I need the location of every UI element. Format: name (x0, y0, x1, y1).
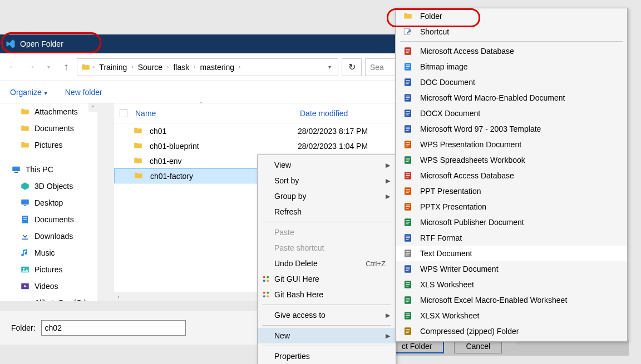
folder-name-input[interactable] (41, 320, 186, 336)
nav-label: Pictures (34, 265, 63, 274)
context-menu-item[interactable]: Group by▶ (258, 188, 396, 204)
menu-label: Give access to (274, 311, 326, 320)
new-menu-item[interactable]: Folder (396, 8, 627, 24)
nav-pc-item[interactable]: Desktop (0, 195, 97, 211)
nav-label: Videos (34, 282, 58, 291)
select-all-checkbox[interactable] (114, 109, 133, 117)
context-menu-item[interactable]: Properties (258, 348, 396, 364)
new-folder-button[interactable]: New folder (65, 88, 102, 97)
svg-rect-50 (406, 142, 410, 143)
new-menu-item[interactable]: Microsoft Access Database (396, 43, 627, 59)
scroll-up-icon[interactable]: ˄ (88, 103, 97, 112)
svg-point-23 (267, 295, 269, 297)
folder-icon (20, 107, 30, 117)
nav-pc-item[interactable]: 3D Objects (0, 178, 97, 195)
menu-label: DOCX Document (420, 109, 480, 118)
nav-pc-item[interactable]: Music (0, 245, 97, 261)
context-menu: View▶Sort by▶Group by▶RefreshPastePaste … (257, 154, 396, 364)
nav-label: Documents (34, 124, 74, 133)
menu-separator (262, 222, 391, 222)
breadcrumb-segment[interactable]: mastering (198, 63, 236, 72)
scroll-left-icon[interactable]: ‹ (114, 292, 123, 301)
new-menu-item[interactable]: Microsoft Access Database (396, 168, 627, 183)
new-menu-item[interactable]: WPS Spreadsheets Workbook (396, 152, 627, 168)
file-name: ch01-blueprint (150, 142, 298, 151)
new-menu-item[interactable]: Shortcut (396, 24, 627, 39)
svg-marker-2 (21, 182, 29, 190)
nav-quick-item[interactable]: Documents (0, 120, 97, 137)
column-header-date[interactable]: Date modified (300, 109, 411, 118)
doc-icon (402, 170, 413, 181)
svg-point-10 (23, 268, 24, 270)
svg-rect-82 (406, 267, 410, 267)
new-menu-item[interactable]: Microsoft Word 97 - 2003 Template (396, 121, 627, 137)
nav-forward-button[interactable]: → (23, 60, 38, 74)
context-menu-item[interactable]: Git GUI Here (258, 271, 396, 287)
new-menu-item[interactable]: WPS Presentation Document (396, 137, 627, 152)
svg-rect-99 (406, 331, 410, 331)
new-menu-item[interactable]: WPS Writer Document (396, 261, 627, 277)
menu-label: Bitmap image (420, 62, 468, 71)
navigation-tree[interactable]: ˄ AttachmentsDocumentsPictures This PC 3… (0, 103, 97, 301)
new-menu-item[interactable]: PPTX Presentation (396, 199, 627, 215)
column-header-name[interactable]: ˄Name (133, 109, 300, 118)
new-menu-item[interactable]: XLS Worksheet (396, 277, 627, 292)
doc-icon (402, 201, 413, 212)
new-menu-item[interactable]: PPT Presentation (396, 183, 627, 199)
new-menu-item[interactable]: Text Document (396, 246, 627, 261)
new-menu-item[interactable]: DOCX Document (396, 106, 627, 121)
new-menu-item[interactable]: XLSX Worksheet (396, 308, 627, 323)
svg-rect-38 (406, 96, 410, 96)
doc-icon (402, 310, 413, 321)
context-menu-item[interactable]: New▶ (258, 328, 396, 343)
nav-pc-item[interactable]: Downloads (0, 228, 97, 245)
svg-rect-46 (406, 127, 410, 127)
context-menu-item[interactable]: Give access to▶ (258, 307, 396, 323)
svg-rect-78 (406, 251, 410, 252)
organize-dropdown[interactable]: Organize▼ (10, 88, 48, 97)
new-menu-item[interactable]: Bitmap image (396, 59, 627, 74)
svg-point-18 (263, 280, 265, 282)
doc-icon (402, 232, 413, 243)
context-menu-item[interactable]: Undo DeleteCtrl+Z (258, 256, 396, 271)
nav-pc-item[interactable]: Pictures (0, 261, 97, 278)
context-menu-item[interactable]: Refresh (258, 204, 396, 220)
svg-rect-0 (12, 167, 20, 171)
address-dropdown[interactable]: ▾ (325, 64, 334, 70)
doc-icon (402, 279, 413, 290)
breadcrumb-segment[interactable]: Source (136, 63, 165, 72)
context-menu-item[interactable]: View▶ (258, 157, 396, 173)
nav-recent-dropdown[interactable]: ▾ (41, 60, 56, 74)
new-menu-item[interactable]: DOC Document (396, 74, 627, 90)
address-bar[interactable]: › Training › Source › flask › mastering … (77, 58, 338, 76)
new-menu-item[interactable]: Microsoft Word Macro-Enabled Document (396, 90, 627, 106)
new-menu-item[interactable]: Compressed (zipped) Folder (396, 323, 627, 339)
menu-label: Microsoft Word 97 - 2003 Template (420, 124, 541, 133)
new-menu-item[interactable]: Microsoft Excel Macro-Enabled Worksheet (396, 292, 627, 308)
refresh-button[interactable]: ↻ (342, 58, 362, 76)
nav-this-pc[interactable]: This PC (0, 161, 97, 178)
svg-rect-94 (406, 313, 410, 314)
nav-quick-item[interactable]: Pictures (0, 137, 97, 153)
svg-rect-79 (406, 253, 410, 253)
breadcrumb-segment[interactable]: Training (97, 63, 129, 72)
nav-back-button[interactable]: ← (6, 60, 20, 74)
new-menu-item[interactable]: Microsoft Publisher Document (396, 215, 627, 230)
nav-quick-item[interactable]: Attachments (0, 103, 97, 120)
folder-icon (133, 156, 144, 167)
svg-rect-8 (22, 239, 28, 240)
svg-rect-43 (406, 113, 410, 113)
svg-rect-26 (406, 49, 410, 49)
context-menu-item[interactable]: Sort by▶ (258, 173, 396, 188)
nav-pc-item[interactable]: Documents (0, 211, 97, 228)
nav-pc-item[interactable]: Videos (0, 278, 97, 295)
nav-up-button[interactable]: ↑ (59, 60, 73, 74)
new-menu-item[interactable]: RTF Format (396, 230, 627, 246)
svg-rect-68 (406, 208, 408, 208)
context-menu-item[interactable]: Git Bash Here (258, 287, 396, 302)
svg-rect-98 (406, 329, 410, 330)
breadcrumb-segment[interactable]: flask (171, 63, 191, 72)
nav-pc-item[interactable]: AlibataSys (C:) (0, 295, 97, 301)
doc-icon (402, 248, 413, 259)
menu-label: Git Bash Here (274, 290, 323, 299)
